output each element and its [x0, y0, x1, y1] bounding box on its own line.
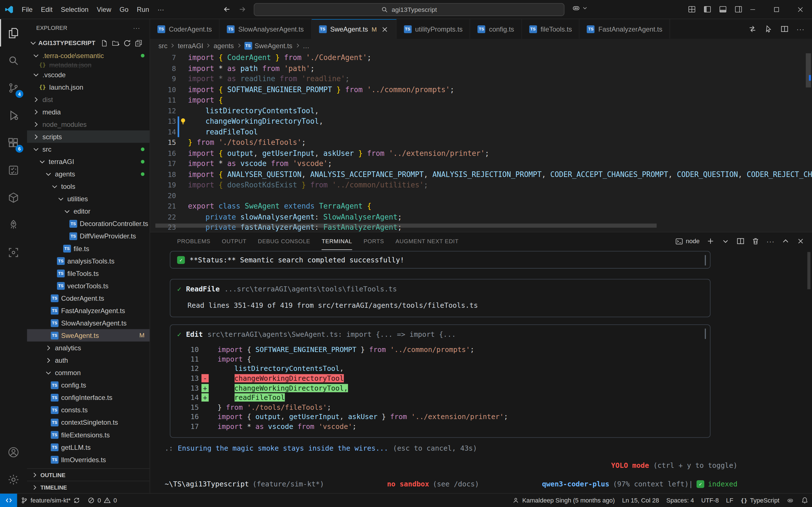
breadcrumb-item-SweAgentts[interactable]: TSSweAgent.ts — [244, 42, 293, 50]
new-file-icon[interactable] — [100, 39, 108, 47]
tree-item-fileExtensions.ts[interactable]: TSfileExtensions.ts — [27, 429, 150, 441]
tab-utilityPrompts.ts[interactable]: TSutilityPrompts.ts — [397, 19, 470, 39]
menu-item-selection[interactable]: Selection — [57, 4, 93, 15]
code-line-11[interactable]: 11import { — [150, 95, 812, 105]
tree-item-getLLM.ts[interactable]: TSgetLLM.ts — [27, 441, 150, 453]
tree-item-metadata.json[interactable]: {}metadata.json — [27, 61, 150, 68]
split-terminal-icon[interactable] — [737, 237, 745, 245]
tree-item-FastAnalyzerAgent.ts[interactable]: TSFastAnalyzerAgent.ts — [27, 304, 150, 317]
tree-item-tools[interactable]: tools — [27, 180, 150, 192]
tree-item-.vscode[interactable]: .vscode — [27, 68, 150, 80]
tree-item-media[interactable]: media — [27, 106, 150, 118]
remote-indicator[interactable] — [0, 494, 17, 507]
refresh-icon[interactable] — [123, 39, 131, 47]
tree-item-fileTools.ts[interactable]: TSfileTools.ts — [27, 267, 150, 279]
code-line-8[interactable]: 8import * as path from 'path'; — [150, 63, 812, 73]
tree-item-editor[interactable]: editor — [27, 205, 150, 217]
copilot-status-item[interactable] — [783, 494, 797, 507]
code-line-9[interactable]: 9import * as readline from 'readline'; — [150, 73, 812, 84]
tree-item-SweAgent.ts[interactable]: TSSweAgent.tsM — [27, 329, 150, 342]
tree-item-SlowAnalyserAgent.ts[interactable]: TSSlowAnalyserAgent.ts — [27, 317, 150, 329]
tab-FastAnalyzerAgent.ts[interactable]: TSFastAnalyzerAgent.ts — [579, 19, 670, 39]
close-icon[interactable] — [380, 25, 389, 33]
tree-item-common[interactable]: common — [27, 367, 150, 379]
menu-item-[interactable]: ··· — [153, 4, 168, 15]
breadcrumb-item-[interactable]: … — [303, 42, 309, 50]
code-line-22[interactable]: 22 private slowAnalyserAgent: SlowAnalys… — [150, 211, 812, 222]
kill-terminal-icon[interactable] — [751, 237, 760, 245]
tree-item-CoderAgent.ts[interactable]: TSCoderAgent.ts — [27, 292, 150, 304]
source-control-activity-icon[interactable]: 4 — [0, 74, 27, 102]
checklist-extension-icon[interactable] — [0, 156, 27, 184]
tree-item-scripts[interactable]: scripts — [27, 130, 150, 143]
more-actions-icon[interactable]: ··· — [133, 25, 141, 31]
tree-item-contextSingleton.ts[interactable]: TScontextSingleton.ts — [27, 416, 150, 429]
tree-item-vectorTools.ts[interactable]: TSvectorTools.ts — [27, 279, 150, 292]
more-actions-icon[interactable]: ··· — [797, 25, 805, 33]
settings-activity-icon[interactable] — [0, 465, 27, 493]
run-debug-activity-icon[interactable] — [0, 102, 27, 129]
code-line-20[interactable]: 20 — [150, 190, 812, 201]
tree-item-auth[interactable]: auth — [27, 354, 150, 367]
tree-item-file.ts[interactable]: TSfile.ts — [27, 242, 150, 255]
copilot-menu-button[interactable] — [572, 4, 588, 12]
tab-config.ts[interactable]: TSconfig.ts — [470, 19, 522, 39]
project-root-row[interactable]: AGI13TYPESCRIPT — [27, 37, 150, 49]
tree-item-terraAGI[interactable]: terraAGI — [27, 155, 150, 168]
terminal-scrollbar[interactable] — [807, 252, 810, 289]
tab-SlowAnalyserAgent.ts[interactable]: TSSlowAnalyserAgent.ts — [220, 19, 312, 39]
tree-item-DecorationController.ts[interactable]: TSDecorationController.ts — [27, 217, 150, 230]
capture-extension-icon[interactable] — [0, 238, 27, 266]
panel-tab-output[interactable]: OUTPUT — [222, 232, 246, 250]
panel-tab-ports[interactable]: PORTS — [363, 232, 384, 250]
code-editor[interactable]: 7import { CoderAgent } from './CoderAgen… — [150, 52, 812, 232]
tree-item-llmOverrides.ts[interactable]: TSllmOverrides.ts — [27, 453, 150, 465]
panel-tab-problems[interactable]: PROBLEMS — [177, 232, 210, 250]
tree-item-consts.ts[interactable]: TSconsts.ts — [27, 404, 150, 416]
close-panel-icon[interactable] — [797, 237, 805, 245]
accounts-activity-icon[interactable] — [0, 438, 27, 465]
forward-arrow-icon[interactable] — [238, 5, 247, 13]
terminal-dropdown-icon[interactable] — [721, 237, 730, 245]
lightbulb-icon[interactable] — [179, 117, 187, 125]
code-line-13[interactable]: 13 changeWorkingDirectoryTool, — [150, 116, 812, 126]
terminal-content[interactable]: ✓ **Status:** Semantic search completed … — [150, 250, 812, 493]
panel-tab-terminal[interactable]: TERMINAL — [321, 232, 352, 250]
menu-item-go[interactable]: Go — [115, 4, 133, 15]
menu-item-run[interactable]: Run — [133, 4, 153, 15]
breadcrumb-item-src[interactable]: src — [158, 42, 167, 50]
search-activity-icon[interactable] — [0, 47, 27, 74]
collapse-all-icon[interactable] — [135, 39, 142, 47]
menu-item-view[interactable]: View — [93, 4, 115, 15]
tree-item-analysisTools.ts[interactable]: TSanalysisTools.ts — [27, 255, 150, 267]
vertical-scrollbar[interactable] — [806, 53, 811, 88]
tree-item-node-modules[interactable]: node_modules — [27, 118, 150, 130]
rocket-extension-icon[interactable] — [0, 211, 27, 238]
code-line-7[interactable]: 7import { CoderAgent } from './CoderAgen… — [150, 52, 812, 63]
tree-item-agents[interactable]: agents — [27, 168, 150, 180]
tab-fileTools.ts[interactable]: TSfileTools.ts — [522, 19, 579, 39]
notifications-item[interactable] — [798, 494, 812, 507]
tree-item-analytics[interactable]: analytics — [27, 342, 150, 354]
tree-item-utilities[interactable]: utilities — [27, 192, 150, 205]
toggle-sidebar-icon[interactable] — [703, 5, 711, 13]
panel-tab-debug-console[interactable]: DEBUG CONSOLE — [258, 232, 310, 250]
code-line-19[interactable]: 19import { doesRootKdsExist } from '../c… — [150, 179, 812, 190]
language-mode-item[interactable]: {} TypeScript — [737, 494, 783, 507]
cursor-position-item[interactable]: Ln 15, Col 28 — [618, 494, 663, 507]
maximize-button[interactable] — [764, 0, 788, 18]
branch-status-item[interactable]: feature/sim-kt* — [17, 494, 84, 507]
tree-item-.terra-code-semantic[interactable]: .terra-code\semantic — [27, 49, 150, 61]
command-center-search[interactable]: agi13Typescript — [254, 3, 565, 16]
package-extension-icon[interactable] — [0, 184, 27, 211]
close-window-button[interactable] — [788, 0, 812, 18]
code-line-12[interactable]: 12 listDirectoryContentsTool, — [150, 105, 812, 116]
new-terminal-icon[interactable] — [706, 237, 714, 245]
code-line-21[interactable]: 21export class SweAgent extends TerraAge… — [150, 201, 812, 211]
problems-status-item[interactable]: 0 0 — [84, 494, 120, 507]
tab-CoderAgent.ts[interactable]: TSCoderAgent.ts — [150, 19, 219, 39]
indentation-item[interactable]: Spaces: 4 — [663, 494, 698, 507]
split-editor-icon[interactable] — [780, 25, 789, 33]
breadcrumb-item-agents[interactable]: agents — [213, 42, 234, 50]
menu-item-file[interactable]: File — [17, 4, 37, 15]
